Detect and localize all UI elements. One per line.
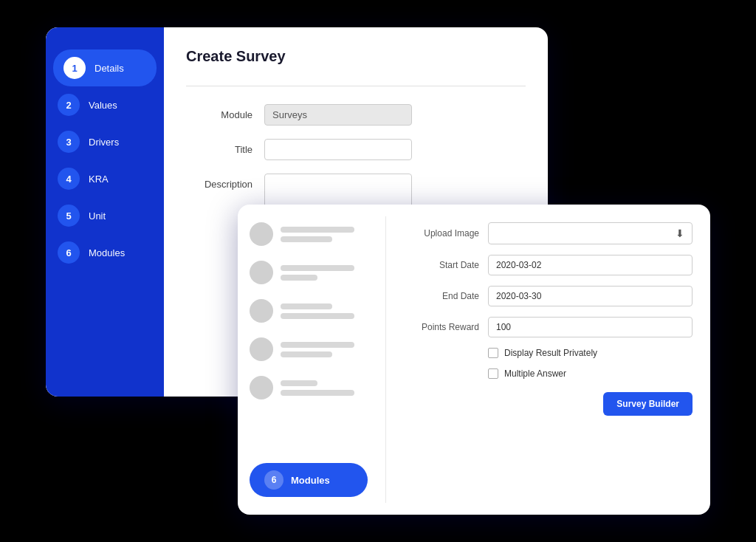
- divider: [186, 86, 526, 86]
- skeleton-line: [281, 342, 354, 348]
- upload-image-button[interactable]: ⬇: [488, 222, 693, 244]
- modules-btn-label: Modules: [291, 475, 330, 486]
- title-row: Title: [186, 139, 526, 160]
- display-result-row: Display Result Privately: [398, 348, 693, 358]
- skeleton-line: [281, 313, 354, 319]
- sidebar-item-drivers[interactable]: 3 Drivers: [46, 123, 164, 160]
- skeleton-line: [281, 275, 317, 281]
- survey-builder-button[interactable]: Survey Builder: [603, 392, 693, 416]
- start-date-label: Start Date: [398, 260, 479, 270]
- modules-button[interactable]: 6 Modules: [250, 463, 368, 497]
- end-date-label: End Date: [398, 291, 479, 301]
- multiple-answer-row: Multiple Answer: [398, 368, 693, 379]
- sidebar-num-4: 4: [58, 168, 80, 190]
- skeleton-circle: [250, 376, 273, 399]
- sidebar: 1 Details 2 Values 3 Drivers 4 KRA 5 Uni…: [46, 27, 164, 397]
- skeleton-line: [281, 380, 317, 386]
- multiple-answer-label: Multiple Answer: [504, 368, 566, 379]
- sidebar-item-unit[interactable]: 5 Unit: [46, 197, 164, 234]
- sidebar-num-2: 2: [58, 94, 80, 116]
- description-label: Description: [186, 174, 252, 190]
- skeleton-circle: [250, 261, 273, 284]
- skeleton-item-1: [250, 222, 374, 246]
- sidebar-num-3: 3: [58, 131, 80, 153]
- multiple-answer-checkbox[interactable]: [488, 368, 498, 379]
- modules-btn-num: 6: [264, 470, 284, 490]
- display-result-checkbox[interactable]: [488, 348, 498, 358]
- sidebar-item-values[interactable]: 2 Values: [46, 86, 164, 123]
- skeleton-line: [281, 303, 332, 309]
- skeleton-circle: [250, 222, 273, 246]
- front-card-left: 6 Modules: [238, 205, 385, 515]
- sidebar-item-modules[interactable]: 6 Modules: [46, 234, 164, 271]
- skeleton-lines: [281, 380, 354, 396]
- sidebar-label-4: KRA: [89, 174, 109, 185]
- skeleton-line: [281, 227, 354, 233]
- skeleton-item-4: [250, 337, 374, 361]
- upload-icon: ⬇: [676, 227, 684, 239]
- points-reward-input[interactable]: [488, 317, 693, 337]
- page-title: Create Survey: [186, 48, 526, 65]
- module-row: Module: [186, 104, 526, 126]
- sidebar-num-1: 1: [63, 57, 86, 79]
- sidebar-item-details[interactable]: 1 Details: [53, 49, 157, 86]
- skeleton-line: [281, 390, 354, 396]
- skeleton-item-2: [250, 261, 374, 284]
- sidebar-label-2: Values: [89, 100, 117, 111]
- skeleton-lines: [281, 265, 354, 281]
- front-card-right: Upload Image ⬇ Start Date End Date Point…: [386, 205, 710, 515]
- sidebar-label-3: Drivers: [89, 137, 119, 148]
- display-result-label: Display Result Privately: [504, 348, 597, 358]
- sidebar-label-1: Details: [94, 63, 124, 74]
- title-input[interactable]: [264, 139, 412, 160]
- sidebar-label-5: Unit: [89, 210, 106, 222]
- end-date-input[interactable]: [488, 286, 693, 306]
- points-reward-row: Points Reward: [398, 317, 693, 337]
- skeleton-lines: [281, 342, 354, 357]
- module-input[interactable]: [264, 104, 412, 126]
- sidebar-num-6: 6: [58, 241, 80, 264]
- upload-image-label: Upload Image: [398, 228, 479, 239]
- start-date-input[interactable]: [488, 255, 693, 275]
- skeleton-item-5: [250, 376, 374, 399]
- skeleton-lines: [281, 303, 354, 319]
- sidebar-item-kra[interactable]: 4 KRA: [46, 160, 164, 197]
- sidebar-label-6: Modules: [89, 247, 125, 258]
- skeleton-line: [281, 236, 332, 242]
- skeleton-circle: [250, 337, 273, 361]
- module-label: Module: [186, 104, 252, 120]
- sidebar-num-5: 5: [58, 205, 80, 227]
- front-card: 6 Modules Upload Image ⬇ Start Date End …: [238, 205, 710, 515]
- title-label: Title: [186, 139, 252, 155]
- skeleton-circle: [250, 299, 273, 323]
- points-reward-label: Points Reward: [398, 322, 479, 332]
- start-date-row: Start Date: [398, 255, 693, 275]
- modules-btn-container: 6 Modules: [250, 463, 374, 497]
- skeleton-lines: [281, 227, 354, 242]
- skeleton-line: [281, 351, 332, 357]
- skeleton-line: [281, 265, 354, 271]
- upload-image-row: Upload Image ⬇: [398, 222, 693, 244]
- end-date-row: End Date: [398, 286, 693, 306]
- skeleton-item-3: [250, 299, 374, 323]
